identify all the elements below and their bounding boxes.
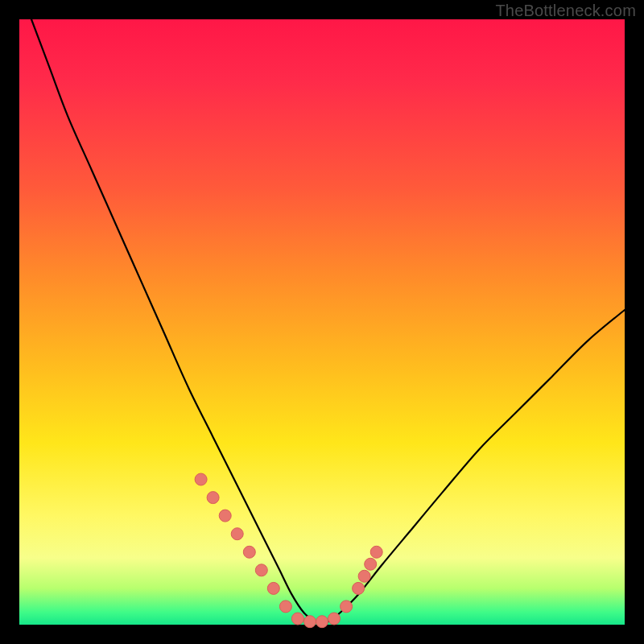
marker-point [219, 510, 231, 522]
chart-svg [19, 19, 625, 625]
marker-point [207, 492, 219, 504]
marker-point [267, 582, 279, 594]
marker-point [353, 582, 365, 594]
marker-point [370, 546, 382, 558]
marker-point [291, 613, 303, 625]
marker-point [341, 601, 353, 613]
chart-frame: TheBottleneck.com [0, 0, 644, 644]
plot-area [19, 19, 625, 625]
marker-point [279, 601, 291, 613]
marker-point [195, 473, 207, 485]
marker-point [316, 616, 328, 628]
attribution-text: TheBottleneck.com [495, 2, 636, 20]
marker-point [255, 564, 267, 576]
marker-point [328, 613, 341, 625]
marker-point [358, 570, 370, 582]
marker-point [243, 546, 255, 558]
marker-point [304, 616, 316, 628]
bottleneck-curve [31, 19, 625, 623]
marker-group [195, 473, 382, 628]
marker-point [365, 558, 377, 570]
marker-point [231, 528, 243, 540]
